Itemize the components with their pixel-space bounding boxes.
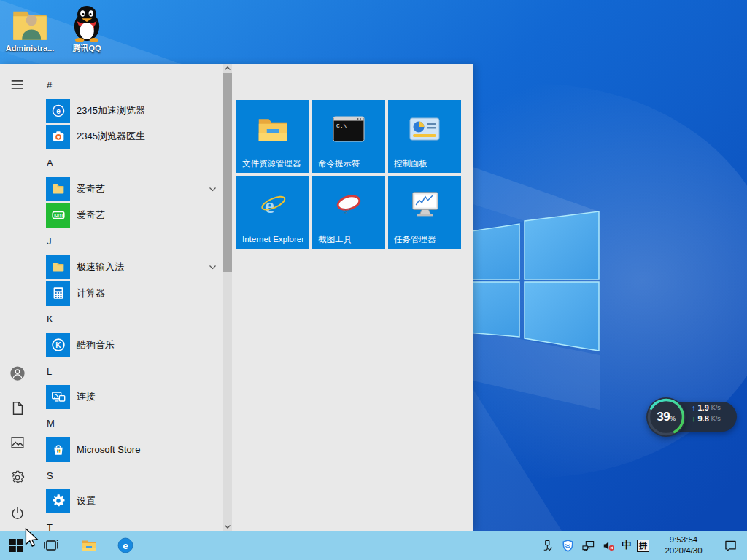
app-row-settings[interactable]: 设置: [35, 488, 223, 514]
rail-menu-button[interactable]: [0, 67, 35, 102]
app-list-header-A[interactable]: A: [35, 149, 223, 176]
app-row-label: 2345浏览器医生: [77, 130, 145, 143]
app-row-iqiyi-folder[interactable]: 爱奇艺: [35, 176, 223, 202]
tile-label: 截图工具: [318, 234, 381, 245]
tb-e-icon: e: [117, 537, 134, 554]
svg-text:e: e: [123, 540, 128, 551]
action-center-button[interactable]: [718, 531, 743, 560]
tile-ie-icon: e: [256, 190, 290, 219]
app-row-connect[interactable]: 连接: [35, 384, 223, 410]
app-row-label: 爱奇艺: [77, 209, 105, 222]
gear-outline-icon: [9, 470, 26, 486]
start-menu-tiles: 文件资源管理器C:\ _命令提示符控制面板eInternet Explorer✂…: [236, 100, 461, 249]
app-list-header-J[interactable]: J: [35, 228, 223, 254]
tb-folder-icon: [80, 537, 98, 554]
tray-ime-language-button[interactable]: 中: [622, 539, 632, 552]
tile-control-panel[interactable]: 控制面板: [388, 100, 461, 173]
iqiyi-icon: iQIYI: [46, 203, 70, 228]
app-row-iqiyi[interactable]: iQIYI爱奇艺: [35, 202, 223, 228]
usage-percent: 39%: [657, 410, 675, 424]
win-logo-icon: [7, 537, 25, 554]
app-row-label: 爱奇艺: [77, 182, 105, 195]
start-menu-app-list: #e2345加速浏览器2345浏览器医生A爱奇艺iQIYI爱奇艺J极速输入法计算…: [35, 64, 223, 531]
app-list-header-M[interactable]: M: [35, 410, 223, 436]
tray-usb-button[interactable]: [540, 538, 555, 553]
app-list-header-T[interactable]: T: [35, 514, 223, 531]
tray-security-shield-button[interactable]: [560, 538, 576, 553]
taskbar-browser-e-button[interactable]: e: [109, 531, 142, 560]
taskbar-start-button[interactable]: [0, 531, 32, 560]
desktop-icon-administrator[interactable]: Administra...: [4, 4, 55, 53]
tile-taskmgr-icon: [408, 190, 441, 219]
rail-user-button[interactable]: [0, 356, 35, 391]
tile-label: 文件资源管理器: [242, 158, 305, 169]
tray-ime-pinyin-button[interactable]: 拼: [637, 540, 649, 552]
gear-white-icon: [46, 489, 70, 513]
upload-unit: K/s: [711, 404, 721, 411]
app-list-header-#[interactable]: #: [35, 71, 223, 98]
download-value: 9.8: [698, 414, 709, 423]
upload-value: 1.9: [698, 403, 709, 412]
scroll-down-button[interactable]: [223, 522, 232, 531]
network-icon: [581, 539, 595, 553]
taskbar-task-view-button[interactable]: [35, 531, 67, 560]
pictures-icon: [9, 435, 26, 451]
app-list-header-L[interactable]: L: [35, 358, 223, 384]
admin-folder-icon: [4, 4, 55, 42]
tray-volume-muted-button[interactable]: [601, 538, 616, 553]
task-view-icon: [42, 537, 60, 554]
net-speed-widget[interactable]: ↑ 1.9 K/s ↓ 9.8 K/s 39%: [646, 397, 738, 437]
doctor-case-icon: [46, 125, 70, 149]
qq-penguin-icon: [61, 4, 112, 42]
app-list-scrollbar[interactable]: [223, 64, 232, 531]
scrollbar-thumb[interactable]: [223, 73, 232, 272]
app-row-kugou-music[interactable]: K酷狗音乐: [35, 332, 223, 358]
kugou-icon: K: [46, 333, 70, 357]
tile-command-prompt[interactable]: C:\ _命令提示符: [312, 100, 385, 173]
app-list-header-K[interactable]: K: [35, 306, 223, 332]
tile-label: Internet Explorer: [242, 234, 305, 245]
taskbar-clock[interactable]: 9:53:54 2020/4/30: [660, 534, 707, 557]
folder-yellow-icon: [46, 177, 70, 201]
upload-row: ↑ 1.9 K/s: [692, 403, 721, 412]
app-row-2345-browser-doctor[interactable]: 2345浏览器医生: [35, 123, 223, 149]
tile-internet-explorer[interactable]: eInternet Explorer: [236, 176, 309, 249]
svg-text:C:\ _: C:\ _: [336, 122, 354, 129]
download-unit: K/s: [711, 415, 721, 422]
scroll-up-button[interactable]: [223, 64, 232, 73]
tile-label: 任务管理器: [394, 234, 457, 245]
download-row: ↓ 9.8 K/s: [692, 414, 721, 423]
clock-time: 9:53:54: [665, 534, 703, 545]
tile-label: 命令提示符: [318, 158, 381, 169]
tile-file-explorer[interactable]: 文件资源管理器: [236, 100, 309, 173]
desktop-icon-tencent-qq[interactable]: 腾讯QQ: [61, 4, 112, 53]
system-tray: 中拼 9:53:54 2020/4/30: [540, 531, 747, 560]
upload-arrow-icon: ↑: [692, 403, 696, 412]
calculator-icon: [46, 281, 70, 306]
taskbar-file-explorer-button[interactable]: [73, 531, 105, 560]
rail-settings-button[interactable]: [0, 460, 35, 495]
app-list-header-S[interactable]: S: [35, 462, 223, 489]
app-row-calculator[interactable]: 计算器: [35, 280, 223, 306]
memory-usage-circle[interactable]: 39%: [646, 397, 686, 437]
app-row-label: 设置: [77, 494, 96, 508]
rail-pictures-button[interactable]: [0, 425, 35, 460]
app-row-label: Microsoft Store: [77, 444, 140, 455]
connect-icon: [46, 385, 70, 409]
svg-text:iQIYI: iQIYI: [54, 213, 63, 217]
app-row-jisu-ime-folder[interactable]: 极速输入法: [35, 254, 223, 280]
rail-power-button[interactable]: [0, 496, 35, 531]
app-row-label: 极速输入法: [77, 260, 124, 273]
app-row-microsoft-store[interactable]: Microsoft Store: [35, 436, 223, 462]
clock-date: 2020/4/30: [665, 545, 703, 556]
chevron-up-icon: [224, 65, 231, 72]
tile-task-manager[interactable]: 任务管理器: [388, 176, 461, 249]
tile-snipping-tool[interactable]: ✂截图工具: [312, 176, 385, 249]
chevron-down-icon: [208, 184, 217, 194]
tray-network-button[interactable]: [581, 538, 596, 553]
app-row-label: 计算器: [77, 287, 105, 300]
app-row-2345-speed-browser[interactable]: e2345加速浏览器: [35, 98, 223, 124]
desktop-screen: Administra...腾讯QQ #e2345加速浏览器2345浏览器医生A爱…: [0, 0, 747, 560]
rail-documents-button[interactable]: [0, 391, 35, 426]
hamburger-icon: [9, 77, 26, 93]
